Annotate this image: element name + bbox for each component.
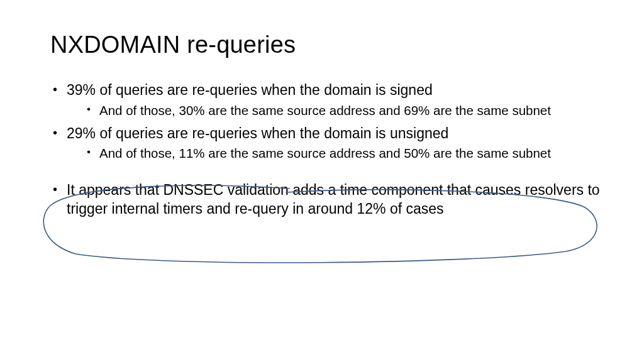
list-item: And of those, 11% are the same source ad…	[86, 145, 600, 162]
bullet-text: And of those, 11% are the same source ad…	[99, 146, 551, 160]
sub-list: And of those, 30% are the same source ad…	[67, 102, 600, 119]
bullet-text: 39% of queries are re-queries when the d…	[67, 82, 433, 98]
slide: NXDOMAIN re-queries 39% of queries are r…	[0, 0, 644, 219]
list-item: It appears that DNSSEC validation adds a…	[50, 181, 600, 219]
bullet-text: 29% of queries are re-queries when the d…	[67, 125, 448, 141]
sub-list: And of those, 11% are the same source ad…	[67, 145, 600, 162]
bullet-text: It appears that DNSSEC validation adds a…	[67, 182, 600, 217]
bullet-text: And of those, 30% are the same source ad…	[99, 103, 551, 118]
list-item: 39% of queries are re-queries when the d…	[50, 81, 600, 119]
slide-title: NXDOMAIN re-queries	[50, 31, 600, 58]
list-item: And of those, 30% are the same source ad…	[86, 102, 600, 119]
list-item: 29% of queries are re-queries when the d…	[50, 124, 600, 163]
bullet-list: 39% of queries are re-queries when the d…	[50, 81, 600, 219]
